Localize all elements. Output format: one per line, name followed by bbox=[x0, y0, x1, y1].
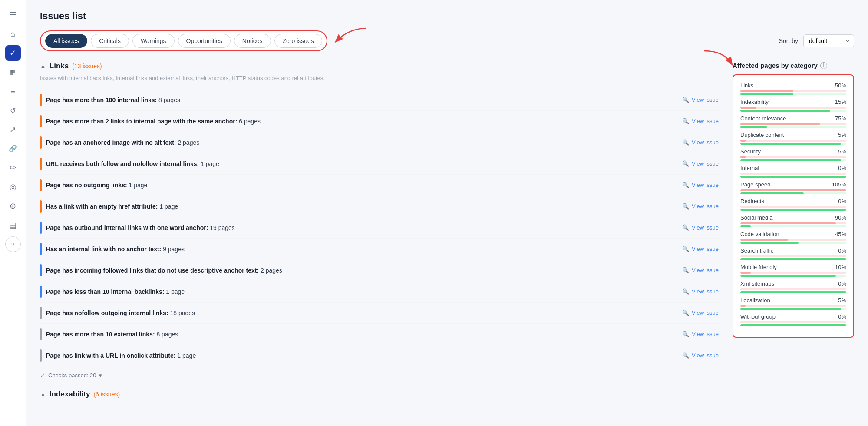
view-issue-button[interactable]: 🔍 View issue bbox=[679, 308, 722, 318]
search-icon: 🔍 bbox=[682, 352, 689, 359]
sidebar-pencil-icon[interactable]: ✏ bbox=[5, 160, 21, 176]
links-collapse-icon[interactable]: ▲ bbox=[40, 63, 46, 70]
sidebar-check-icon[interactable]: ✓ bbox=[5, 45, 21, 61]
view-issue-button[interactable]: 🔍 View issue bbox=[679, 244, 722, 254]
view-issue-button[interactable]: 🔍 View issue bbox=[679, 180, 722, 190]
category-name: Social media bbox=[740, 214, 772, 221]
search-icon: 🔍 bbox=[682, 288, 689, 295]
sidebar-card-icon[interactable]: ▤ bbox=[5, 217, 21, 233]
issue-left: Page has more than 10 external links: 8 … bbox=[40, 328, 178, 340]
tab-criticals[interactable]: Criticals bbox=[91, 34, 129, 48]
sidebar-plus-icon[interactable]: ⊕ bbox=[5, 198, 21, 214]
category-name: Code validation bbox=[740, 231, 779, 237]
issue-left: Has a link with an empty href attribute:… bbox=[40, 200, 178, 213]
category-pct: 10% bbox=[835, 264, 846, 270]
category-pct: 0% bbox=[838, 165, 846, 171]
table-row: Page has outbound internal links with on… bbox=[40, 217, 722, 239]
sort-select[interactable]: default alphabetical severity bbox=[803, 34, 854, 47]
indexability-section: ▲ Indexability (6 issues) bbox=[40, 390, 722, 399]
checks-passed[interactable]: ✓ Checks passed: 20 ▾ bbox=[40, 372, 722, 379]
issue-text: Page has no outgoing links: 1 page bbox=[46, 182, 147, 189]
issue-text: Page has more than 2 links to internal p… bbox=[46, 118, 261, 125]
sidebar-home-icon[interactable]: ⌂ bbox=[5, 26, 21, 42]
indicator-orange bbox=[40, 158, 42, 170]
view-issue-button[interactable]: 🔍 View issue bbox=[679, 329, 722, 339]
issue-text: Page has less than 10 internal backlinks… bbox=[46, 288, 185, 295]
tab-all-issues[interactable]: All issues bbox=[45, 34, 87, 48]
search-icon: 🔍 bbox=[682, 97, 689, 103]
sidebar-menu-icon[interactable]: ☰ bbox=[5, 7, 21, 23]
table-row: Page has more than 10 external links: 8 … bbox=[40, 324, 722, 345]
tabs-row: All issues Criticals Warnings Opportunit… bbox=[40, 30, 854, 51]
issue-text: Has an internal link with no anchor text… bbox=[46, 246, 185, 253]
sidebar-help-icon[interactable]: ? bbox=[5, 236, 21, 252]
tab-opportunities[interactable]: Opportunities bbox=[178, 34, 231, 48]
category-pct: 0% bbox=[838, 280, 846, 287]
table-row: Page has less than 10 internal backlinks… bbox=[40, 281, 722, 303]
issue-text: Page has outbound internal links with on… bbox=[46, 224, 235, 231]
category-name: Localization bbox=[740, 297, 770, 303]
checks-passed-label: Checks passed: 20 bbox=[48, 372, 96, 379]
sidebar: ☰ ⌂ ✓ ▦ ≡ ↺ ↗ 🔗 ✏ ◎ ⊕ ▤ ? bbox=[0, 0, 26, 426]
sidebar-grid-icon[interactable]: ▦ bbox=[5, 64, 21, 80]
search-icon: 🔍 bbox=[682, 160, 689, 167]
issue-text: Has a link with an empty href attribute:… bbox=[46, 203, 178, 210]
category-pct: 75% bbox=[835, 115, 846, 122]
indicator-orange bbox=[40, 94, 42, 106]
view-issue-button[interactable]: 🔍 View issue bbox=[679, 286, 722, 296]
category-name: Search traffic bbox=[740, 247, 773, 254]
issue-left: Page has nofollow outgoing internal link… bbox=[40, 307, 195, 319]
view-issue-button[interactable]: 🔍 View issue bbox=[679, 201, 722, 211]
sidebar-trending-icon[interactable]: ↗ bbox=[5, 122, 21, 137]
issue-text: URL receives both follow and nofollow in… bbox=[46, 160, 219, 167]
indicator-orange bbox=[40, 200, 42, 213]
affected-panel: Links50%Indexability15%Content relevance… bbox=[733, 74, 854, 338]
indicator-orange bbox=[40, 179, 42, 191]
category-name: Content relevance bbox=[740, 115, 786, 122]
category-row: Security5% bbox=[740, 148, 846, 161]
search-icon: 🔍 bbox=[682, 224, 689, 231]
sidebar-link-icon[interactable]: 🔗 bbox=[5, 141, 21, 156]
category-row: Localization5% bbox=[740, 297, 846, 310]
page-title: Issues list bbox=[40, 10, 854, 22]
category-row: Redirects0% bbox=[740, 198, 846, 211]
sidebar-target-icon[interactable]: ◎ bbox=[5, 179, 21, 195]
view-issue-button[interactable]: 🔍 View issue bbox=[679, 350, 722, 360]
view-issue-button[interactable]: 🔍 View issue bbox=[679, 116, 722, 126]
tab-zero-issues[interactable]: Zero issues bbox=[274, 34, 322, 48]
sidebar-bars-icon[interactable]: ≡ bbox=[5, 83, 21, 99]
category-name: Mobile friendly bbox=[740, 264, 777, 270]
view-issue-button[interactable]: 🔍 View issue bbox=[679, 223, 722, 233]
affected-header: Affected pages by category i bbox=[733, 62, 854, 69]
search-icon: 🔍 bbox=[682, 203, 689, 210]
sidebar-refresh-icon[interactable]: ↺ bbox=[5, 103, 21, 118]
category-name: Xml sitemaps bbox=[740, 280, 774, 287]
category-pct: 50% bbox=[835, 82, 846, 89]
right-panel: Affected pages by category i Links50%Ind… bbox=[733, 62, 854, 402]
category-row: Mobile friendly10% bbox=[740, 264, 846, 277]
issue-left: Page has more than 2 links to internal p… bbox=[40, 115, 261, 127]
tab-warnings[interactable]: Warnings bbox=[132, 34, 175, 48]
category-name: Redirects bbox=[740, 198, 764, 204]
view-issue-button[interactable]: 🔍 View issue bbox=[679, 95, 722, 105]
category-name: Duplicate content bbox=[740, 132, 784, 138]
issue-text: Page has incoming followed links that do… bbox=[46, 267, 282, 274]
arrow-tabs bbox=[332, 26, 371, 50]
category-row: Social media90% bbox=[740, 214, 846, 227]
indexability-section-header: ▲ Indexability (6 issues) bbox=[40, 390, 722, 399]
table-row: Has an internal link with no anchor text… bbox=[40, 239, 722, 260]
issue-left: Page has no outgoing links: 1 page bbox=[40, 179, 147, 191]
category-pct: 45% bbox=[835, 231, 846, 237]
category-row: Duplicate content5% bbox=[740, 132, 846, 145]
view-issue-button[interactable]: 🔍 View issue bbox=[679, 159, 722, 169]
links-section: ▲ Links (13 issues) Issues with internal… bbox=[40, 62, 722, 379]
indexability-collapse-icon[interactable]: ▲ bbox=[40, 391, 46, 398]
search-icon: 🔍 bbox=[682, 182, 689, 188]
info-icon[interactable]: i bbox=[820, 62, 827, 69]
view-issue-button[interactable]: 🔍 View issue bbox=[679, 265, 722, 275]
indicator-orange bbox=[40, 136, 42, 149]
issue-left: Page has less than 10 internal backlinks… bbox=[40, 286, 185, 298]
indexability-section-title: Indexability bbox=[50, 390, 90, 399]
view-issue-button[interactable]: 🔍 View issue bbox=[679, 137, 722, 147]
tab-notices[interactable]: Notices bbox=[234, 34, 271, 48]
